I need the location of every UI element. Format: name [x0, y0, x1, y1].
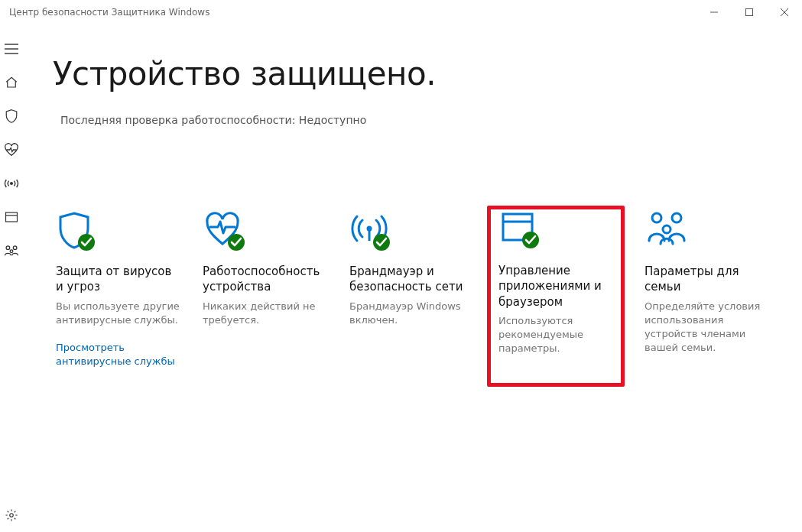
svg-rect-1	[746, 9, 753, 16]
window-controls	[696, 0, 802, 24]
tile-device-performance[interactable]: Работоспособность устройства Никаких дей…	[200, 210, 330, 339]
tile-desc: Вы используете другие антивирусные служб…	[56, 300, 180, 327]
titlebar: Центр безопасности Защитника Windows	[0, 0, 802, 24]
tile-title: Работоспособность устройства	[203, 264, 326, 295]
app-window-icon[interactable]	[0, 200, 22, 234]
svg-point-11	[13, 246, 17, 250]
tile-desc: Никаких действий не требуется.	[203, 300, 326, 327]
tile-desc: Определяйте условия использования устрой…	[645, 300, 768, 355]
home-icon[interactable]	[0, 66, 22, 99]
tile-family-options[interactable]: Параметры для семьи Определяйте условия …	[641, 210, 771, 367]
tile-desc: Брандмауэр Windows включен.	[349, 300, 473, 327]
svg-point-12	[10, 250, 13, 253]
svg-point-22	[652, 213, 661, 222]
svg-point-7	[10, 183, 12, 185]
tile-firewall-network[interactable]: Брандмауэр и безопасность сети Брандмауэ…	[346, 210, 476, 339]
svg-point-24	[663, 225, 670, 233]
tiles-row: Защита от вирусов и угроз Вы используете…	[53, 210, 771, 387]
close-button[interactable]	[767, 0, 802, 24]
broadcast-check-icon	[349, 210, 473, 256]
tile-title: Брандмауэр и безопасность сети	[349, 264, 473, 295]
heart-pulse-check-icon	[203, 210, 326, 256]
status-subline: Последняя проверка работоспособности: Не…	[60, 114, 771, 126]
hamburger-menu-icon[interactable]	[0, 32, 22, 66]
tile-virus-protection[interactable]: Защита от вирусов и угроз Вы используете…	[53, 210, 183, 381]
tile-title: Управление приложениями и браузером	[498, 263, 613, 310]
shield-check-icon	[56, 210, 180, 256]
shield-icon[interactable]	[0, 99, 22, 133]
window-title: Центр безопасности Защитника Windows	[9, 7, 209, 18]
svg-point-23	[672, 213, 681, 222]
sidebar	[0, 24, 22, 532]
heart-pulse-icon[interactable]	[0, 133, 22, 167]
maximize-button[interactable]	[732, 0, 767, 24]
svg-point-10	[6, 246, 10, 250]
tile-desc: Используются рекомендуемые параметры.	[498, 314, 613, 356]
svg-rect-8	[5, 212, 17, 222]
svg-point-13	[9, 514, 13, 517]
family-icon	[645, 210, 768, 256]
settings-gear-icon[interactable]	[0, 498, 22, 532]
family-icon[interactable]	[0, 234, 22, 268]
page-title: Устройство защищено.	[53, 55, 771, 92]
tile-title: Защита от вирусов и угроз	[56, 264, 180, 295]
main-content: Устройство защищено. Последняя проверка …	[22, 24, 802, 532]
tile-link[interactable]: Просмотреть антивирусные службы	[56, 341, 180, 368]
broadcast-icon[interactable]	[0, 167, 22, 200]
svg-point-16	[367, 226, 372, 232]
tile-app-browser-control[interactable]: Управление приложениями и браузером Испо…	[487, 206, 625, 387]
minimize-button[interactable]	[696, 0, 732, 24]
window-check-icon	[498, 209, 613, 255]
tile-title: Параметры для семьи	[645, 264, 768, 295]
